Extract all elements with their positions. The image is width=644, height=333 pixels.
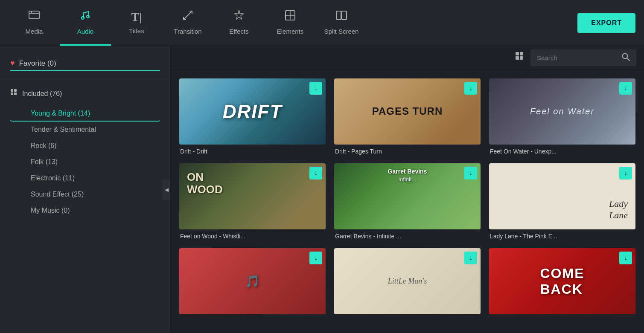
nav-titles[interactable]: T| Titles <box>111 0 162 46</box>
thumb-title-text: ONWOOD <box>179 163 326 229</box>
export-button[interactable]: EXPORT <box>577 13 635 33</box>
download-badge[interactable]: ↓ <box>619 167 632 180</box>
thumb-title-text: DRIFT <box>179 78 326 145</box>
svg-rect-0 <box>29 11 39 19</box>
svg-rect-13 <box>14 89 17 92</box>
sidebar: ♥ Favorite (0) Included (76) <box>0 46 171 333</box>
elements-icon <box>284 9 296 24</box>
thumb-title-text: LittLe Man's <box>334 248 481 314</box>
svg-point-4 <box>87 15 89 18</box>
grid-view-button[interactable] <box>515 52 525 64</box>
sidebar-item-folk[interactable]: Folk (13) <box>10 154 160 170</box>
media-card[interactable]: COMEBACK ↓ <box>489 248 635 326</box>
media-thumbnail: Feel on Water ↓ <box>489 78 635 145</box>
download-badge[interactable]: ↓ <box>309 167 322 180</box>
favorite-item[interactable]: ♥ Favorite (0) <box>10 59 160 68</box>
nav-transition[interactable]: Transition <box>162 0 213 46</box>
thumb-title-text: 🎵 <box>179 248 326 314</box>
media-title <box>334 318 481 326</box>
download-badge[interactable]: ↓ <box>309 252 322 264</box>
svg-rect-17 <box>520 52 523 55</box>
download-badge[interactable]: ↓ <box>464 252 477 264</box>
nav-transition-label: Transition <box>174 28 201 35</box>
svg-line-5 <box>184 11 192 20</box>
heart-icon: ♥ <box>10 59 15 68</box>
media-thumbnail: PAGES TURN ↓ <box>334 78 481 145</box>
nav-audio[interactable]: Audio <box>60 0 111 46</box>
nav-media-label: Media <box>26 28 43 35</box>
sidebar-item-rock[interactable]: Rock (6) <box>10 138 160 154</box>
audio-icon <box>79 9 91 24</box>
media-title <box>489 318 635 326</box>
media-grid: DRIFT ↓ Drift - Drift PAGES TURN ↓ Drift… <box>171 70 644 333</box>
svg-rect-19 <box>520 56 523 60</box>
sidebar-item-sound-effect[interactable]: Sound Effect (25) <box>10 186 160 203</box>
tender-label: Tender & Sentimental <box>31 126 96 133</box>
search-button[interactable] <box>621 52 630 63</box>
folk-label: Folk (13) <box>31 158 58 165</box>
sidebar-item-young-bright[interactable]: Young & Bright (14) <box>10 105 160 122</box>
top-nav: Media Audio T| Titles Transition <box>0 0 644 46</box>
included-header[interactable]: Included (76) <box>10 89 160 98</box>
transition-icon <box>182 9 194 24</box>
content-toolbar <box>171 46 644 70</box>
thumb-title-text: PAGES TURN <box>334 78 481 145</box>
main-content: ♥ Favorite (0) Included (76) <box>0 46 644 333</box>
media-thumbnail: LittLe Man's ↓ <box>334 248 481 314</box>
my-music-label: My Music (0) <box>31 207 70 214</box>
media-title: Garret Bevins - Infinite ... <box>334 233 481 240</box>
svg-point-3 <box>82 17 84 19</box>
media-card[interactable]: LadyLane ↓ Lady Lane - The Pink E... <box>489 163 635 240</box>
media-thumbnail: ONWOOD ↓ <box>179 163 326 229</box>
included-section: Included (76) Young & Bright (14) Tender… <box>0 89 170 219</box>
media-card[interactable]: ONWOOD ↓ Feet on Wood - Whistli... <box>179 163 326 240</box>
svg-rect-18 <box>516 56 519 60</box>
svg-rect-14 <box>11 93 13 95</box>
search-input[interactable] <box>537 54 621 61</box>
nav-split-screen-label: Split Screen <box>324 28 359 35</box>
nav-effects[interactable]: Effects <box>213 0 265 46</box>
svg-rect-16 <box>516 52 519 55</box>
media-thumbnail: COMEBACK ↓ <box>489 248 635 314</box>
collapse-icon: ◀ <box>165 187 169 193</box>
search-bar <box>530 49 636 66</box>
media-title: Lady Lane - The Pink E... <box>489 233 635 240</box>
media-title <box>179 318 326 326</box>
svg-marker-6 <box>235 10 243 19</box>
download-badge[interactable]: ↓ <box>619 82 632 95</box>
media-thumbnail: LadyLane ↓ <box>489 163 635 229</box>
nav-media[interactable]: Media <box>9 0 60 46</box>
media-icon <box>28 9 40 24</box>
media-card[interactable]: Garret Bevins Infinit... ↓ Garret Bevins… <box>334 163 481 240</box>
media-card[interactable]: DRIFT ↓ Drift - Drift <box>179 78 326 155</box>
download-badge[interactable]: ↓ <box>464 82 477 95</box>
download-badge[interactable]: ↓ <box>464 167 477 180</box>
media-card[interactable]: PAGES TURN ↓ Drift - Pages Turn <box>334 78 481 155</box>
media-title: Feet On Water - Unexp... <box>489 148 635 155</box>
media-card[interactable]: 🎵 ↓ <box>179 248 326 326</box>
nav-titles-label: Titles <box>129 27 144 35</box>
media-card[interactable]: LittLe Man's ↓ <box>334 248 481 326</box>
favorite-underline <box>10 70 160 71</box>
svg-rect-12 <box>11 89 13 92</box>
rock-label: Rock (6) <box>31 142 56 149</box>
nav-audio-label: Audio <box>77 28 93 35</box>
sidebar-item-tender[interactable]: Tender & Sentimental <box>10 122 160 138</box>
content-area: DRIFT ↓ Drift - Drift PAGES TURN ↓ Drift… <box>171 46 644 333</box>
sidebar-item-my-music[interactable]: My Music (0) <box>10 203 160 219</box>
download-badge[interactable]: ↓ <box>619 252 632 264</box>
titles-icon: T| <box>131 10 142 24</box>
sidebar-collapse-button[interactable]: ◀ <box>163 179 170 200</box>
thumb-title-text: Feel on Water <box>489 78 635 145</box>
media-thumbnail: 🎵 ↓ <box>179 248 326 314</box>
media-thumbnail: Garret Bevins Infinit... ↓ <box>334 163 481 229</box>
svg-rect-10 <box>336 11 341 20</box>
media-card[interactable]: Feel on Water ↓ Feet On Water - Unexp... <box>489 78 635 155</box>
media-title: Feet on Wood - Whistli... <box>179 233 326 240</box>
media-title: Drift - Pages Turn <box>334 148 481 155</box>
nav-elements[interactable]: Elements <box>265 0 316 46</box>
download-badge[interactable]: ↓ <box>309 82 322 95</box>
svg-rect-11 <box>342 11 347 20</box>
nav-split-screen[interactable]: Split Screen <box>316 0 367 46</box>
sidebar-item-electronic[interactable]: Electronic (11) <box>10 170 160 186</box>
